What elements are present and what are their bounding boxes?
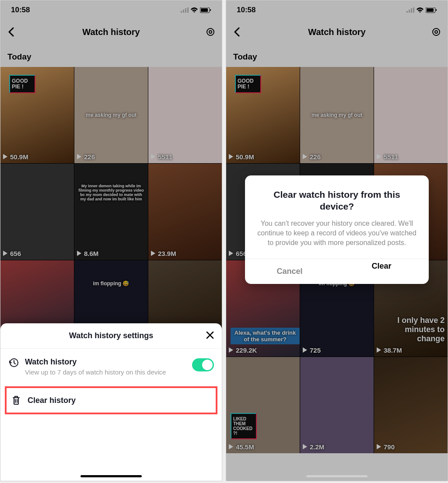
- left-phone: 10:58 Watch history Today GOOD PIE ! 50.…: [0, 0, 222, 481]
- svg-rect-1: [183, 10, 184, 13]
- view-count: 50.9M: [3, 153, 28, 161]
- chevron-left-icon: [234, 27, 240, 37]
- svg-rect-6: [210, 9, 211, 11]
- video-tile[interactable]: 790: [374, 357, 448, 453]
- home-indicator[interactable]: [80, 475, 142, 477]
- video-tile[interactable]: 656: [0, 164, 74, 260]
- play-icon: [3, 153, 8, 161]
- right-phone: 10:58 Watch history Today GOOD PIE ! 50.…: [226, 0, 448, 481]
- video-tile[interactable]: 5511: [374, 67, 448, 163]
- status-time: 10:58: [11, 6, 30, 14]
- video-tile[interactable]: me asking my gf out 226: [74, 67, 148, 163]
- sheet-title: Watch history settings: [69, 331, 153, 340]
- settings-button[interactable]: [205, 27, 216, 37]
- play-icon: [303, 443, 308, 451]
- dialog-title: Clear watch history from this device?: [256, 189, 418, 213]
- gear-icon: [205, 27, 216, 37]
- clear-button[interactable]: Clear: [334, 259, 429, 284]
- close-button[interactable]: [206, 330, 214, 342]
- play-icon: [151, 153, 156, 161]
- video-tile[interactable]: me asking my gf out 226: [300, 67, 374, 163]
- svg-rect-5: [201, 8, 208, 12]
- watch-history-row: Watch history View up to 7 days of watch…: [0, 349, 222, 378]
- play-icon: [229, 346, 234, 354]
- status-time: 10:58: [237, 6, 256, 14]
- view-count: 2.2M: [303, 443, 324, 451]
- video-grid: GOOD PIE ! 50.9M me asking my gf out 226…: [0, 67, 222, 357]
- nav-bar: Watch history: [226, 20, 448, 44]
- settings-button[interactable]: [431, 27, 441, 37]
- svg-rect-3: [187, 7, 189, 13]
- view-count: 5511: [377, 153, 398, 161]
- tile-caption: me asking my gf out: [304, 112, 370, 118]
- video-tile[interactable]: 5511: [148, 67, 222, 163]
- dialog-text: You can't recover your history once clea…: [256, 219, 418, 248]
- svg-rect-13: [413, 7, 414, 13]
- page-title: Watch history: [308, 27, 366, 37]
- svg-rect-16: [436, 9, 437, 11]
- view-count: 23.9M: [151, 250, 176, 257]
- video-tile[interactable]: 23.9M: [148, 164, 222, 260]
- history-icon: [8, 357, 19, 368]
- view-count: 790: [377, 443, 395, 451]
- tile-caption: im flopping 😅: [78, 280, 144, 287]
- svg-rect-11: [409, 10, 410, 13]
- play-icon: [77, 153, 82, 161]
- clear-label: Clear history: [28, 396, 76, 405]
- play-icon: [229, 250, 234, 257]
- confirm-dialog: Clear watch history from this device? Yo…: [245, 175, 429, 284]
- play-icon: [303, 153, 308, 161]
- row-title: Watch history: [25, 357, 186, 367]
- view-count: 38.7M: [377, 346, 402, 354]
- tile-text: I only have 2 minutes to change: [378, 316, 444, 343]
- back-button[interactable]: [6, 27, 16, 37]
- play-icon: [377, 346, 382, 354]
- play-icon: [229, 443, 234, 451]
- status-icons: [406, 7, 437, 13]
- cancel-button[interactable]: Cancel: [245, 259, 334, 284]
- view-count: 656: [3, 250, 21, 257]
- view-count: 226: [77, 153, 95, 161]
- tile-badge: LIKED THEM COOKED ?!: [231, 413, 257, 439]
- trash-icon: [11, 395, 21, 406]
- view-count: 226: [303, 153, 321, 161]
- play-icon: [229, 153, 234, 161]
- svg-rect-10: [406, 11, 408, 13]
- tile-caption: me asking my gf out: [78, 112, 144, 118]
- section-today: Today: [0, 44, 222, 67]
- back-button[interactable]: [231, 27, 242, 37]
- battery-icon: [200, 7, 211, 13]
- svg-point-17: [433, 28, 440, 35]
- status-bar: 10:58: [0, 0, 222, 20]
- chevron-left-icon: [8, 27, 14, 37]
- play-icon: [77, 250, 82, 257]
- video-tile[interactable]: 2.2M: [300, 357, 374, 453]
- play-icon: [377, 443, 382, 451]
- settings-sheet: Watch history settings Watch history Vie…: [0, 323, 222, 481]
- view-count: 5511: [151, 153, 172, 161]
- view-count: 656: [229, 250, 247, 257]
- svg-point-8: [209, 31, 212, 33]
- clear-history-button[interactable]: Clear history: [5, 386, 217, 414]
- svg-point-7: [207, 28, 214, 35]
- video-tile[interactable]: GOOD PIE ! 50.9M: [226, 67, 300, 163]
- video-tile[interactable]: GOOD PIE ! 50.9M: [0, 67, 74, 163]
- sheet-header: Watch history settings: [0, 323, 222, 349]
- svg-rect-12: [411, 8, 412, 13]
- wifi-icon: [190, 7, 198, 13]
- svg-rect-15: [427, 8, 434, 12]
- view-count: 725: [303, 346, 321, 354]
- video-tile[interactable]: My inner demon taking while im filming m…: [74, 164, 148, 260]
- tile-badge: GOOD PIE !: [9, 75, 35, 93]
- video-tile[interactable]: LIKED THEM COOKED ?! 45.5M: [226, 357, 300, 453]
- watch-history-toggle[interactable]: [192, 358, 214, 371]
- tile-badge: GOOD PIE !: [235, 75, 261, 93]
- play-icon: [303, 346, 308, 354]
- nav-bar: Watch history: [0, 20, 222, 44]
- view-count: 229.2K: [229, 346, 257, 354]
- status-icons: [181, 7, 211, 13]
- play-icon: [3, 250, 8, 257]
- home-indicator[interactable]: [306, 475, 368, 477]
- tile-caption: Alexa, what's the drink of the summer?: [231, 328, 300, 344]
- close-icon: [206, 331, 214, 339]
